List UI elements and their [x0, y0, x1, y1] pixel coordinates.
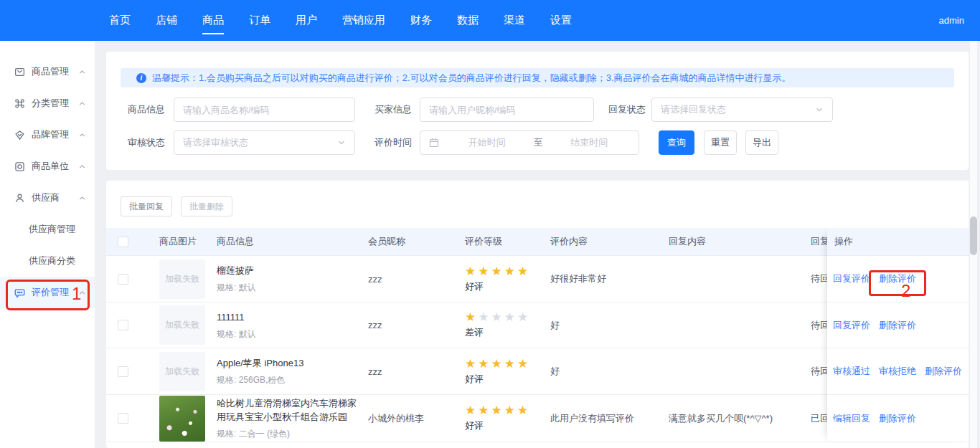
tip-bar: i 温馨提示：1.会员购买商品之后可以对购买的商品进行评价；2.可以对会员的商品… [121, 68, 954, 87]
column-header-3: 评价等级 [465, 235, 550, 248]
product-name: 111111 [217, 310, 357, 324]
product-spec: 规格: 二合一 (绿色) [217, 428, 357, 440]
chevron-up-icon [78, 68, 86, 76]
sidebar-item-2[interactable]: 品牌管理 [0, 119, 95, 151]
column-header-5: 回复内容 [669, 235, 811, 248]
product-info-input[interactable] [174, 97, 355, 122]
star-rating: ★★★★★ [465, 404, 550, 417]
select-all-checkbox[interactable] [118, 237, 128, 247]
start-time-placeholder[interactable]: 开始时间 [446, 136, 528, 149]
action-link-审核拒绝[interactable]: 审核拒绝 [879, 365, 916, 378]
star-filled-icon: ★ [504, 357, 517, 371]
chevron-up-icon [78, 163, 86, 171]
product-name: 榴莲披萨 [217, 264, 357, 277]
audit-status-select[interactable]: 请选择审核状态 [174, 130, 355, 155]
nav-item-4[interactable]: 用户 [294, 0, 319, 41]
buyer-info-label: 买家信息 [374, 97, 412, 122]
sidebar-item-5[interactable]: 评价管理 [0, 277, 95, 308]
chevron-up-icon [78, 289, 86, 297]
star-rating: ★★★★★ [465, 311, 550, 324]
vertical-scrollbar-thumb[interactable] [970, 216, 977, 255]
end-time-placeholder[interactable]: 结束时间 [549, 136, 631, 149]
goods-icon [14, 67, 25, 77]
user-menu[interactable]: admin [939, 0, 964, 41]
action-link-回复评价[interactable]: 回复评价 [833, 272, 870, 285]
nav-item-label: 设置 [550, 14, 572, 27]
star-filled-icon: ★ [491, 404, 504, 417]
product-info-label: 商品信息 [128, 97, 165, 122]
sidebar-item-label: 分类管理 [32, 97, 69, 110]
nav-item-5[interactable]: 营销应用 [341, 0, 387, 41]
fixed-action-column: 操作 回复评价删除评价回复评价删除评价审核通过审核拒绝删除评价编辑回复删除评价 [827, 228, 969, 442]
audit-status-label: 审核状态 [128, 130, 165, 155]
column-header-2: 会员昵称 [368, 235, 465, 248]
product-spec: 规格: 256GB,粉色 [217, 374, 357, 386]
nav-item-1[interactable]: 店铺 [154, 0, 179, 41]
product-spec: 规格: 默认 [217, 328, 357, 340]
reset-button[interactable]: 重置 [704, 130, 737, 155]
action-link-审核通过[interactable]: 审核通过 [833, 365, 870, 378]
row-checkbox[interactable] [118, 413, 128, 424]
nav-item-0[interactable]: 首页 [108, 0, 132, 41]
sidebar-item-3[interactable]: 商品单位 [0, 151, 95, 182]
nav-item-label: 店铺 [156, 14, 177, 27]
sidebar-subitem-4-0[interactable]: 供应商管理 [0, 214, 95, 245]
action-column-header: 操作 [827, 228, 969, 256]
star-filled-icon: ★ [491, 357, 504, 371]
action-link-回复评价[interactable]: 回复评价 [833, 319, 870, 332]
nav-item-8[interactable]: 渠道 [502, 0, 527, 41]
review-content: 好 [550, 365, 669, 378]
product-spec: 规格: 默认 [217, 282, 357, 294]
reply-status-label: 回复状态 [608, 97, 646, 122]
star-filled-icon: ★ [517, 404, 530, 417]
action-link-删除评价[interactable]: 删除评价 [879, 319, 916, 332]
nav-item-7[interactable]: 数据 [456, 0, 480, 41]
nav-item-6[interactable]: 财务 [409, 0, 433, 41]
nav-item-3[interactable]: 订单 [248, 0, 272, 41]
star-rating: ★★★★★ [465, 358, 550, 371]
row-checkbox[interactable] [118, 274, 128, 285]
export-button[interactable]: 导出 [745, 130, 778, 155]
sidebar-item-0[interactable]: 商品管理 [0, 56, 95, 87]
nav-item-label: 订单 [249, 14, 270, 27]
review-content: 好很好非常好 [550, 272, 669, 285]
product-image-failed: 加载失败 [159, 259, 205, 299]
product-image-failed: 加载失败 [159, 352, 205, 391]
action-link-编辑回复[interactable]: 编辑回复 [833, 412, 870, 425]
star-filled-icon: ★ [465, 264, 478, 278]
sidebar-item-1[interactable]: 分类管理 [0, 87, 95, 119]
star-filled-icon: ★ [517, 357, 530, 371]
reply-content: 满意就多买几个呗(*^▽^*) [669, 412, 811, 425]
action-link-删除评价[interactable]: 删除评价 [925, 365, 962, 378]
nav-item-9[interactable]: 设置 [549, 0, 573, 41]
sidebar-item-4[interactable]: 供应商 [0, 182, 95, 214]
nav-item-2[interactable]: 商品 [201, 0, 225, 41]
product-name: Apple/苹果 iPhone13 [217, 356, 357, 370]
star-empty-icon: ★ [504, 310, 517, 324]
batch-reply-button[interactable]: 批量回复 [121, 196, 172, 216]
review-time-range[interactable]: 开始时间 至 结束时间 [420, 130, 639, 155]
buyer-info-input[interactable] [420, 97, 594, 122]
member-nickname: zzz [368, 320, 465, 330]
row-checkbox[interactable] [118, 320, 128, 330]
star-filled-icon: ★ [465, 310, 478, 324]
reply-status-select[interactable]: 请选择回复状态 [651, 97, 833, 122]
sidebar-subitem-4-1[interactable]: 供应商分类 [0, 245, 95, 277]
star-filled-icon: ★ [478, 357, 491, 371]
comment-icon [14, 287, 25, 298]
nav-item-label: 数据 [457, 14, 479, 27]
review-content: 好 [550, 319, 669, 332]
query-button[interactable]: 查询 [659, 130, 694, 155]
batch-delete-button[interactable]: 批量删除 [181, 196, 232, 216]
action-link-删除评价[interactable]: 删除评价 [879, 412, 916, 425]
column-header-1: 商品信息 [217, 235, 368, 248]
row-actions: 编辑回复删除评价 [827, 395, 969, 442]
row-checkbox[interactable] [118, 366, 128, 377]
rating-grade: 好评 [465, 373, 550, 386]
review-content: 此用户没有填写评价 [550, 412, 669, 425]
vertical-scrollbar-track[interactable] [970, 41, 977, 448]
nav-item-label: 渠道 [504, 14, 525, 27]
action-link-删除评价[interactable]: 删除评价 [879, 272, 916, 285]
nav-item-label: 用户 [296, 14, 317, 27]
sidebar-menu: 商品管理 分类管理 品牌管理 商品单位 供应商 供应商管理供应商分类 评价管理 [0, 56, 95, 308]
